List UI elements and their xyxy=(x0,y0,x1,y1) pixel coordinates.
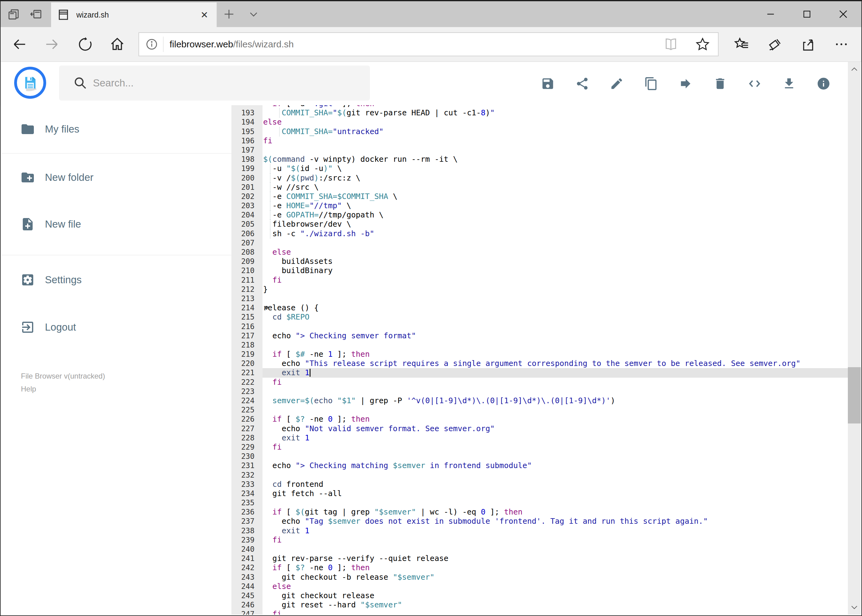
copy-button[interactable] xyxy=(644,77,658,91)
tab-preview-icon[interactable] xyxy=(7,8,20,20)
code-text-area[interactable]: else xyxy=(263,582,848,591)
delete-button[interactable] xyxy=(713,77,727,91)
hub-star-icon[interactable] xyxy=(734,36,749,52)
code-text-area[interactable]: fi xyxy=(263,536,848,545)
set-tabs-aside-icon[interactable] xyxy=(30,8,43,20)
code-text-area[interactable]: COMMIT_SHA="$(git rev-parse HEAD | cut -… xyxy=(263,108,848,118)
sidebar-item-logout[interactable]: Logout xyxy=(1,309,232,346)
code-line-237[interactable]: 237echo "Tag $semver does not exist in s… xyxy=(232,517,848,526)
code-text-area[interactable]: fi xyxy=(263,610,848,615)
code-line-221[interactable]: 221exit 1 xyxy=(232,368,848,377)
code-line-214[interactable]: 214release () { xyxy=(232,303,848,313)
code-line-216[interactable]: 216 xyxy=(232,322,848,331)
code-line-241[interactable]: 241git rev-parse --verify --quiet releas… xyxy=(232,554,848,563)
code-line-194[interactable]: 194else xyxy=(232,118,848,127)
code-line-210[interactable]: 210buildBinary xyxy=(232,266,848,275)
code-line-247[interactable]: 247fi xyxy=(232,610,848,615)
code-line-195[interactable]: 195COMMIT_SHA="untracked" xyxy=(232,127,848,136)
code-text-area[interactable]: fi xyxy=(263,275,848,285)
code-text-area[interactable]: if [ $# -ne 1 ]; then xyxy=(263,350,848,359)
fold-widget-icon[interactable] xyxy=(264,306,269,310)
code-text-area[interactable]: echo "Tag $semver does not exist in subm… xyxy=(263,517,848,526)
tab-close-icon[interactable]: ✕ xyxy=(198,9,211,20)
code-line-193[interactable]: 193COMMIT_SHA="$(git rev-parse HEAD | cu… xyxy=(232,108,848,118)
code-text-area[interactable]: -e HOME="//tmp" \ xyxy=(263,201,848,211)
code-line-208[interactable]: 208else xyxy=(232,248,848,257)
code-text-area[interactable]: git reset --hard "$semver" xyxy=(263,600,848,610)
code-line-202[interactable]: 202-e COMMIT_SHA=$COMMIT_SHA \ xyxy=(232,192,848,201)
code-line-209[interactable]: 209buildAssets xyxy=(232,257,848,266)
info-button[interactable] xyxy=(816,77,830,91)
browser-tab-wizard-sh[interactable]: wizard.sh ✕ xyxy=(51,2,217,27)
code-text-area[interactable] xyxy=(263,470,848,480)
code-text-area[interactable]: -v /$(pwd):/src:z \ xyxy=(263,173,848,183)
code-line-200[interactable]: 200-v /$(pwd):/src:z \ xyxy=(232,173,848,183)
code-text-area[interactable]: git checkout release xyxy=(263,591,848,600)
code-text-area[interactable] xyxy=(263,405,848,415)
save-button[interactable] xyxy=(541,77,555,91)
floppy-disk-logo[interactable] xyxy=(14,67,46,99)
code-text-area[interactable]: -u "$(id -u)" \ xyxy=(263,164,848,173)
share-button[interactable] xyxy=(575,77,589,91)
url-field[interactable]: filebrowser.web/files/wizard.sh xyxy=(139,32,719,56)
code-line-228[interactable]: 228exit 1 xyxy=(232,433,848,443)
code-text-area[interactable]: -w //src \ xyxy=(263,183,848,192)
code-text-area[interactable]: git fetch --all xyxy=(263,489,848,498)
minimize-button[interactable] xyxy=(752,1,789,27)
code-text-area[interactable]: -e COMMIT_SHA=$COMMIT_SHA \ xyxy=(263,192,848,201)
code-text-area[interactable]: if [ $(git tag | grep "$semver" | wc -l)… xyxy=(263,508,848,517)
code-editor[interactable]: if [ -d ".git" ]; then193COMMIT_SHA="$(g… xyxy=(232,105,848,615)
code-line-225[interactable]: 225 xyxy=(232,405,848,415)
code-text-area[interactable]: fi xyxy=(263,136,848,146)
code-text-area[interactable] xyxy=(263,238,848,248)
scrollbar-thumb[interactable] xyxy=(848,367,861,423)
code-text-area[interactable] xyxy=(263,387,848,396)
code-text-area[interactable]: echo "> Checking matching $semver in fro… xyxy=(263,461,848,470)
code-text-area[interactable] xyxy=(263,452,848,461)
web-notes-pen-icon[interactable] xyxy=(767,36,783,52)
code-line-211[interactable]: 211fi xyxy=(232,275,848,285)
code-line-224[interactable]: 224semver=$(echo "$1" | grep -P '^v(0|[1… xyxy=(232,396,848,405)
code-line-197[interactable]: 197 xyxy=(232,146,848,155)
code-text-area[interactable]: if [ $? -ne 0 ]; then xyxy=(263,415,848,424)
code-text-area[interactable]: $(command -v winpty) docker run --rm -it… xyxy=(263,155,848,164)
code-text-area[interactable]: else xyxy=(263,248,848,257)
code-text-area[interactable]: COMMIT_SHA="untracked" xyxy=(263,127,848,136)
close-button[interactable] xyxy=(825,1,861,27)
code-view-button[interactable] xyxy=(747,77,762,91)
code-line-222[interactable]: 222fi xyxy=(232,378,848,387)
more-dots-icon[interactable] xyxy=(834,36,849,52)
code-line-240[interactable]: 240 xyxy=(232,545,848,554)
edit-button[interactable] xyxy=(610,77,624,91)
back-icon[interactable] xyxy=(12,36,27,52)
sidebar-item-new-folder[interactable]: New folder xyxy=(1,159,232,196)
code-text-area[interactable]: buildAssets xyxy=(263,257,848,266)
code-line-205[interactable]: 205filebrowser/dev \ xyxy=(232,220,848,229)
code-line-223[interactable]: 223 xyxy=(232,387,848,396)
code-line-226[interactable]: 226if [ $? -ne 0 ]; then xyxy=(232,415,848,424)
scroll-up-icon[interactable] xyxy=(848,63,861,76)
code-line-218[interactable]: 218 xyxy=(232,341,848,350)
code-line-203[interactable]: 203-e HOME="//tmp" \ xyxy=(232,201,848,211)
forward-icon[interactable] xyxy=(44,36,60,52)
sidebar-item-my-files[interactable]: My files xyxy=(1,111,232,148)
scroll-down-icon[interactable] xyxy=(848,600,861,614)
search-input[interactable]: Search... xyxy=(59,66,370,101)
home-icon[interactable] xyxy=(110,36,125,52)
code-text-area[interactable]: buildBinary xyxy=(263,266,848,275)
code-line-227[interactable]: 227echo "Not valid semver format. See se… xyxy=(232,424,848,433)
code-line-246[interactable]: 246git reset --hard "$semver" xyxy=(232,600,848,610)
code-text-area[interactable]: sh -c "./wizard.sh -b" xyxy=(263,229,848,238)
code-line-243[interactable]: 243git checkout -b release "$semver" xyxy=(232,573,848,582)
code-text-area[interactable]: echo "Not valid semver format. See semve… xyxy=(263,424,848,433)
code-line-242[interactable]: 242if [ $? -ne 0 ]; then xyxy=(232,563,848,572)
move-button[interactable] xyxy=(679,77,693,91)
code-line-215[interactable]: 215cd $REPO xyxy=(232,313,848,322)
maximize-button[interactable] xyxy=(789,1,825,27)
code-text-area[interactable]: if [ $? -ne 0 ]; then xyxy=(263,563,848,572)
code-text-area[interactable]: -e GOPATH=//tmp/gopath \ xyxy=(263,211,848,220)
code-line-213[interactable]: 213 xyxy=(232,294,848,303)
code-text-area[interactable]: git rev-parse --verify --quiet release xyxy=(263,554,848,563)
code-line-204[interactable]: 204-e GOPATH=//tmp/gopath \ xyxy=(232,211,848,220)
code-line-219[interactable]: 219if [ $# -ne 1 ]; then xyxy=(232,350,848,359)
